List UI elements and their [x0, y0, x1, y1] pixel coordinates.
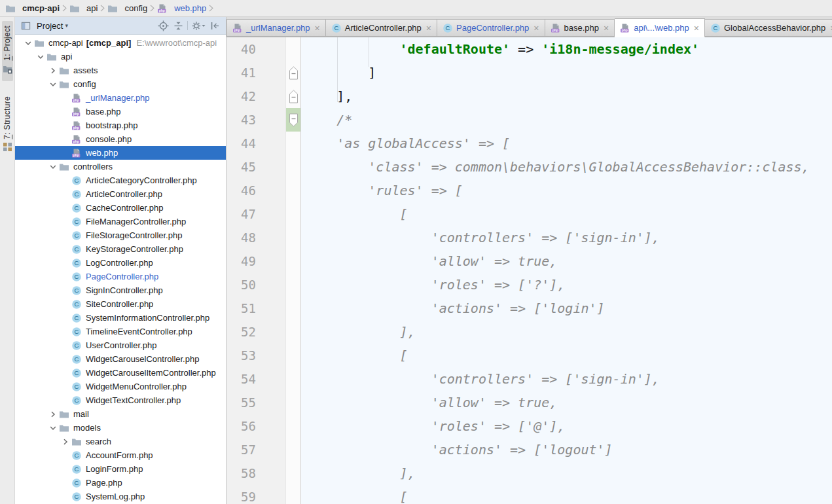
tree-item[interactable]: CWidgetMenuController.php	[15, 380, 226, 393]
code-line[interactable]: [	[301, 202, 832, 226]
chevron-collapsed-icon[interactable]	[48, 410, 58, 419]
tree-item[interactable]: phpweb.php	[15, 146, 226, 160]
chevron-expanded-icon[interactable]	[48, 423, 58, 433]
breadcrumb-item[interactable]: phpweb.php	[156, 3, 208, 14]
tree-item[interactable]: controllers	[15, 160, 226, 173]
tree-item[interactable]: phpbootstrap.php	[15, 118, 226, 132]
close-icon[interactable]: ×	[315, 24, 320, 33]
code-line[interactable]: 'roles' => ['@'],	[301, 414, 832, 438]
code-editor[interactable]: 40 'defaultRoute' => 'i18n-message/index…	[226, 37, 832, 504]
tree-item[interactable]: cmcp-api[cmcp_api]E:\wwwroot\cmcp-api	[15, 36, 226, 50]
tree-item[interactable]: CWidgetCarouselItemController.php	[15, 366, 226, 380]
line-number[interactable]: 48	[226, 226, 285, 249]
editor-tab[interactable]: phpbase.php×	[545, 19, 615, 37]
tree-item[interactable]: php_urlManager.php	[15, 91, 226, 105]
code-line[interactable]: 'defaultRoute' => 'i18n-message/index'	[301, 37, 832, 61]
tree-item[interactable]: CTimelineEventController.php	[15, 325, 226, 338]
line-number[interactable]: 57	[226, 438, 285, 461]
code-line[interactable]: 'class' => common\behaviors\GlobalAccess…	[301, 155, 832, 179]
line-number[interactable]: 41	[226, 61, 285, 84]
code-line[interactable]: /*	[301, 108, 832, 132]
code-line[interactable]: 'as globalAccess' => [	[301, 132, 832, 155]
fold-marker-collapse-icon[interactable]	[289, 90, 298, 103]
line-number[interactable]: 40	[226, 37, 285, 61]
chevron-collapsed-icon[interactable]	[48, 66, 58, 75]
close-icon[interactable]: ×	[604, 24, 609, 33]
line-number[interactable]: 44	[226, 132, 285, 155]
toolwindow-button-project[interactable]: 1: Project	[2, 21, 13, 81]
code-line[interactable]: ],	[301, 461, 832, 485]
tree-item[interactable]: CUserController.php	[15, 338, 226, 352]
breadcrumb-item[interactable]: config	[106, 3, 149, 14]
chevron-down-icon[interactable]: ▾	[65, 22, 68, 29]
line-number[interactable]: 54	[226, 367, 285, 391]
tree-item[interactable]: CSystemLog.php	[15, 490, 226, 503]
tree-item[interactable]: CCacheController.php	[15, 201, 226, 215]
tree-item[interactable]: CKeyStorageController.php	[15, 242, 226, 256]
tree-item[interactable]: CWidgetCarouselController.php	[15, 352, 226, 366]
tree-item[interactable]: CArticleCategoryController.php	[15, 173, 226, 187]
editor-tab[interactable]: phpapi\...\web.php×	[615, 18, 705, 37]
fold-gutter[interactable]	[285, 61, 301, 84]
close-icon[interactable]: ×	[534, 24, 539, 33]
code-line[interactable]: ],	[301, 84, 832, 108]
gear-icon[interactable]	[189, 19, 208, 32]
code-line[interactable]: 'allow' => true,	[301, 391, 832, 414]
code-line[interactable]: [	[301, 344, 832, 367]
code-line[interactable]: ],	[301, 320, 832, 344]
editor-tab[interactable]: php_urlManager.php×	[226, 19, 326, 37]
code-line[interactable]: 'controllers' => ['sign-in'],	[301, 226, 832, 249]
close-icon[interactable]: ×	[694, 24, 699, 33]
line-number[interactable]: 56	[226, 414, 285, 438]
line-number[interactable]: 47	[226, 202, 285, 226]
tree-item[interactable]: search	[15, 435, 226, 448]
line-number[interactable]: 43	[226, 108, 285, 132]
tree-item[interactable]: CPage.php	[15, 476, 226, 490]
tree-item[interactable]: CArticleController.php	[15, 187, 226, 201]
tree-item[interactable]: CWidgetTextController.php	[15, 393, 226, 407]
code-line[interactable]: 'rules' => [	[301, 179, 832, 202]
fold-marker-expand-icon[interactable]	[289, 113, 298, 127]
chevron-expanded-icon[interactable]	[48, 80, 58, 89]
tree-item[interactable]: config	[15, 77, 226, 91]
line-number[interactable]: 53	[226, 344, 285, 367]
code-line[interactable]: 'controllers' => ['sign-in'],	[301, 367, 832, 391]
tree-item[interactable]: CFileStorageController.php	[15, 228, 226, 242]
line-number[interactable]: 58	[226, 461, 285, 485]
line-number[interactable]: 52	[226, 320, 285, 344]
code-line[interactable]: ]	[301, 61, 832, 84]
line-number[interactable]: 51	[226, 297, 285, 320]
hide-panel-icon[interactable]	[208, 19, 223, 32]
tree-item[interactable]: CAccountForm.php	[15, 448, 226, 462]
line-number[interactable]: 59	[226, 485, 285, 504]
chevron-collapsed-icon[interactable]	[61, 437, 70, 446]
chevron-expanded-icon[interactable]	[24, 39, 33, 48]
line-number[interactable]: 42	[226, 84, 285, 108]
line-number[interactable]: 50	[226, 273, 285, 297]
code-line[interactable]: 'allow' => true,	[301, 249, 832, 273]
breadcrumb-item[interactable]: api	[68, 3, 99, 14]
tree-item[interactable]: phpconsole.php	[15, 132, 226, 146]
line-number[interactable]: 45	[226, 155, 285, 179]
chevron-expanded-icon[interactable]	[48, 162, 58, 171]
fold-marker-collapse-icon[interactable]	[289, 66, 298, 80]
tree-item[interactable]: CLoginForm.php	[15, 462, 226, 476]
tree-item[interactable]: CSignInController.php	[15, 283, 226, 297]
tree-item[interactable]: CFileManagerController.php	[15, 215, 226, 228]
editor-tab[interactable]: CGlobalAccessBehavior.php×	[705, 19, 832, 37]
tree-item[interactable]: api	[15, 50, 226, 63]
tree-item[interactable]: mail	[15, 407, 226, 421]
close-icon[interactable]: ×	[426, 24, 431, 33]
tree-item[interactable]: phpbase.php	[15, 105, 226, 118]
locate-file-icon[interactable]	[156, 19, 171, 32]
code-line[interactable]: 'roles' => ['?'],	[301, 273, 832, 297]
line-number[interactable]: 46	[226, 179, 285, 202]
vcs-added-marker[interactable]	[285, 108, 301, 132]
toolwindow-button-structure[interactable]: 7: Structure	[2, 92, 13, 160]
fold-gutter[interactable]	[285, 84, 301, 108]
code-line[interactable]: 'actions' => ['login']	[301, 297, 832, 320]
tree-item[interactable]: CSiteController.php	[15, 297, 226, 311]
chevron-expanded-icon[interactable]	[36, 52, 45, 62]
breadcrumb-item[interactable]: cmcp-api	[4, 3, 61, 14]
tree-item[interactable]: CPageController.php	[15, 270, 226, 283]
